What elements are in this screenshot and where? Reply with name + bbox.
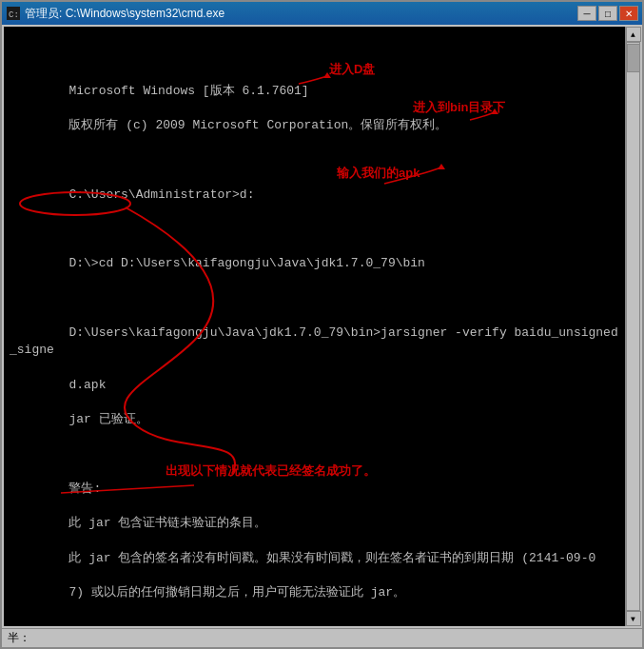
cmd-line2: 版权所有 (c) 2009 Microsoft Corporation。保留所有…	[68, 118, 447, 132]
cmd-line4: C:\Users\Administrator>d:	[68, 187, 254, 202]
cmd-screen[interactable]: Microsoft Windows [版本 6.1.7601] 版权所有 (c)…	[4, 27, 625, 626]
cmd-content: Microsoft Windows [版本 6.1.7601] 版权所有 (c)…	[10, 65, 619, 626]
title-bar: C: 管理员: C:\Windows\system32\cmd.exe ─ □ …	[2, 2, 642, 25]
cmd-line15: 7) 或以后的任何撤销日期之后，用户可能无法验证此 jar。	[68, 585, 405, 600]
cmd-icon: C:	[6, 6, 21, 21]
scroll-thumb[interactable]	[627, 44, 640, 72]
window-controls: ─ □ ✕	[577, 6, 638, 21]
statusbar: 半：	[2, 628, 642, 647]
cmd-line9: d.apk	[68, 378, 106, 392]
cmd-line13: 此 jar 包含证书链未验证的条目。	[68, 516, 266, 530]
scrollbar[interactable]: ▲ ▼	[625, 27, 640, 626]
svg-text:C:: C:	[9, 10, 19, 20]
window: C: 管理员: C:\Windows\system32\cmd.exe ─ □ …	[0, 0, 644, 649]
scroll-track[interactable]	[626, 42, 640, 611]
cmd-line12: 警告:	[68, 482, 101, 496]
minimize-button[interactable]: ─	[577, 6, 596, 21]
close-button[interactable]: ✕	[619, 6, 638, 21]
window-title: 管理员: C:\Windows\system32\cmd.exe	[25, 6, 577, 22]
statusbar-text: 半：	[8, 630, 30, 646]
scroll-down-arrow[interactable]: ▼	[626, 611, 641, 626]
cmd-line8: D:\Users\kaifagongju\Java\jdk1.7.0_79\bi…	[10, 325, 618, 357]
cmd-line14: 此 jar 包含的签名者没有时间戳。如果没有时间戳，则在签名者证书的到期日期 (…	[68, 551, 595, 565]
maximize-button[interactable]: □	[598, 6, 617, 21]
cmd-line1: Microsoft Windows [版本 6.1.7601]	[68, 84, 308, 98]
scroll-up-arrow[interactable]: ▲	[626, 27, 641, 42]
cmd-line6: D:\>cd D:\Users\kaifagongju\Java\jdk1.7.…	[68, 256, 424, 270]
cmd-wrapper: Microsoft Windows [版本 6.1.7601] 版权所有 (c)…	[2, 25, 642, 628]
cmd-line10: jar 已验证。	[68, 412, 147, 426]
